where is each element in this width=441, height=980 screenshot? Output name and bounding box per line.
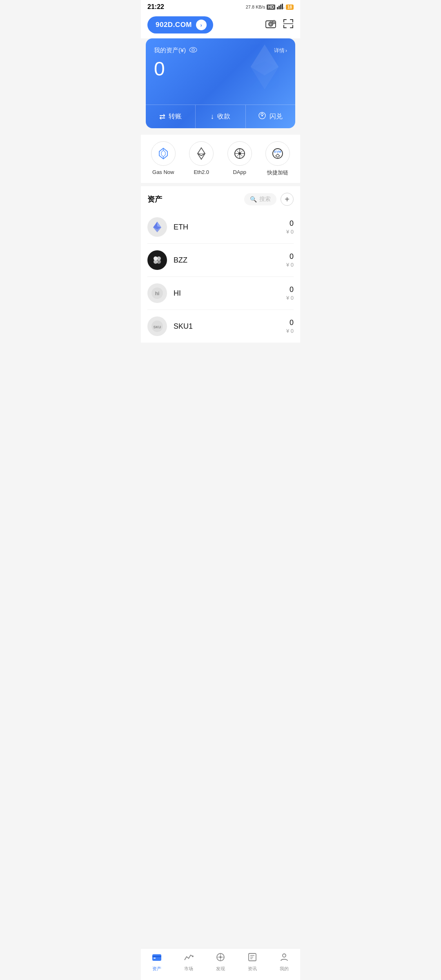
transfer-label: 转账 — [169, 112, 182, 121]
nav-discover[interactable]: 发现 — [216, 953, 225, 972]
bzz-balance: 0 ¥ 0 — [286, 252, 294, 268]
asset-item-sku1[interactable]: SKU SKU1 0 ¥ 0 — [147, 310, 294, 343]
hi-balance: 0 ¥ 0 — [286, 285, 294, 301]
receive-icon: ↓ — [210, 112, 214, 121]
search-icon: 🔍 — [250, 196, 257, 203]
nav-news[interactable]: 资讯 — [247, 953, 257, 972]
svg-rect-55 — [152, 954, 161, 961]
asset-label-text: 我的资产(¥) — [154, 47, 186, 54]
svg-marker-32 — [198, 154, 205, 159]
svg-rect-2 — [280, 4, 281, 9]
svg-text:EVM: EVM — [274, 150, 282, 154]
receive-button[interactable]: ↓ 收款 — [196, 105, 245, 128]
svg-rect-0 — [277, 7, 278, 9]
nav-discover-icon — [216, 953, 225, 964]
asset-item-eth[interactable]: ETH 0 ¥ 0 — [147, 211, 294, 244]
domain-text: 902D.COM — [156, 21, 192, 29]
battery-icon: 18 — [286, 4, 294, 10]
svg-text:4G: 4G — [283, 6, 284, 9]
dapp-icon — [227, 141, 252, 166]
svg-marker-28 — [161, 150, 165, 157]
svg-point-62 — [220, 956, 222, 958]
assets-header: 资产 🔍 搜索 + — [147, 186, 294, 211]
add-asset-button[interactable]: + — [281, 193, 294, 206]
transfer-button[interactable]: ⇄ 转账 — [146, 105, 196, 128]
svg-point-26 — [261, 115, 263, 116]
quick-nav: Gas Now Eth2.0 — [141, 135, 300, 183]
assets-title: 资产 — [147, 194, 162, 204]
nav-mine-label: 我的 — [280, 966, 289, 972]
nav-market-label: 市场 — [184, 966, 193, 972]
nav-mine[interactable]: 我的 — [279, 953, 289, 972]
network-icon: 4G — [277, 4, 284, 10]
svg-rect-12 — [283, 19, 284, 22]
sku1-token-icon: SKU — [147, 316, 167, 336]
nav-assets[interactable]: 资产 — [152, 953, 162, 972]
svg-point-24 — [192, 49, 194, 51]
svg-rect-3 — [282, 4, 283, 9]
camera-add-icon[interactable] — [265, 19, 276, 31]
header-icons — [265, 19, 294, 31]
nav-news-label: 资讯 — [248, 966, 257, 972]
nav-assets-label: 资产 — [152, 966, 161, 972]
svg-marker-42 — [276, 154, 280, 157]
eth2-label: Eth2.0 — [194, 169, 209, 175]
svg-point-39 — [238, 152, 241, 155]
nav-mine-icon — [279, 953, 289, 964]
domain-badge[interactable]: 902D.COM › — [147, 16, 213, 33]
svg-point-58 — [192, 956, 194, 957]
svg-rect-18 — [292, 25, 293, 28]
header: 902D.COM › — [141, 12, 300, 38]
status-bar: 21:22 27.8 KB/s HD 4G 18 — [141, 0, 300, 12]
domain-arrow-icon: › — [196, 20, 207, 30]
asset-label: 我的资产(¥) — [154, 47, 197, 54]
quick-nav-eth2[interactable]: Eth2.0 — [189, 141, 214, 176]
eth-amount: 0 — [286, 219, 294, 228]
hi-amount: 0 — [286, 285, 294, 294]
eth-symbol: ETH — [174, 223, 286, 232]
detail-link[interactable]: 详情 › — [274, 47, 287, 54]
eth2-icon — [189, 141, 214, 166]
hi-token-icon: hi — [147, 283, 167, 303]
transfer-icon: ⇄ — [159, 112, 165, 121]
eye-icon[interactable] — [189, 47, 197, 54]
svg-text:SKU: SKU — [153, 325, 161, 329]
svg-rect-57 — [154, 958, 156, 959]
quick-nav-quick-chain[interactable]: EVM 快捷加链 — [265, 141, 290, 176]
svg-point-7 — [270, 23, 272, 25]
svg-point-50 — [157, 260, 161, 264]
asset-actions: ⇄ 转账 ↓ 收款 闪兑 — [146, 105, 295, 128]
sku1-symbol: SKU1 — [174, 322, 286, 331]
asset-item-hi[interactable]: hi HI 0 ¥ 0 — [147, 277, 294, 310]
status-time: 21:22 — [147, 3, 164, 11]
quick-nav-dapp[interactable]: DApp — [227, 141, 252, 176]
eth-balance: 0 ¥ 0 — [286, 219, 294, 235]
flash-swap-label: 闪兑 — [270, 112, 283, 121]
quick-chain-label: 快捷加链 — [267, 169, 288, 176]
status-icons: 27.8 KB/s HD 4G 18 — [246, 4, 294, 10]
svg-point-23 — [189, 47, 197, 52]
eth-cny: ¥ 0 — [286, 229, 294, 235]
nav-market[interactable]: 市场 — [184, 953, 194, 972]
scan-icon[interactable] — [283, 19, 294, 31]
asset-item-bzz[interactable]: BZZ 0 ¥ 0 — [147, 244, 294, 277]
sku1-balance: 0 ¥ 0 — [286, 318, 294, 334]
flash-swap-button[interactable]: 闪兑 — [246, 105, 295, 128]
bzz-symbol: BZZ — [174, 256, 286, 265]
dapp-label: DApp — [233, 169, 246, 175]
search-box[interactable]: 🔍 搜索 — [244, 193, 276, 205]
nav-discover-label: 发现 — [216, 966, 225, 972]
eth-token-icon — [147, 217, 167, 237]
gas-now-label: Gas Now — [152, 169, 174, 175]
svg-text:hi: hi — [155, 291, 160, 296]
quick-chain-icon: EVM — [265, 141, 290, 166]
search-placeholder: 搜索 — [259, 196, 271, 203]
hi-cny: ¥ 0 — [286, 295, 294, 301]
hi-symbol: HI — [174, 289, 286, 298]
svg-rect-14 — [292, 19, 293, 22]
quick-nav-gas-now[interactable]: Gas Now — [151, 141, 176, 176]
speed-text: 27.8 KB/s — [246, 4, 265, 9]
receive-label: 收款 — [217, 112, 230, 121]
svg-rect-16 — [283, 25, 284, 28]
flash-swap-icon — [258, 111, 266, 122]
